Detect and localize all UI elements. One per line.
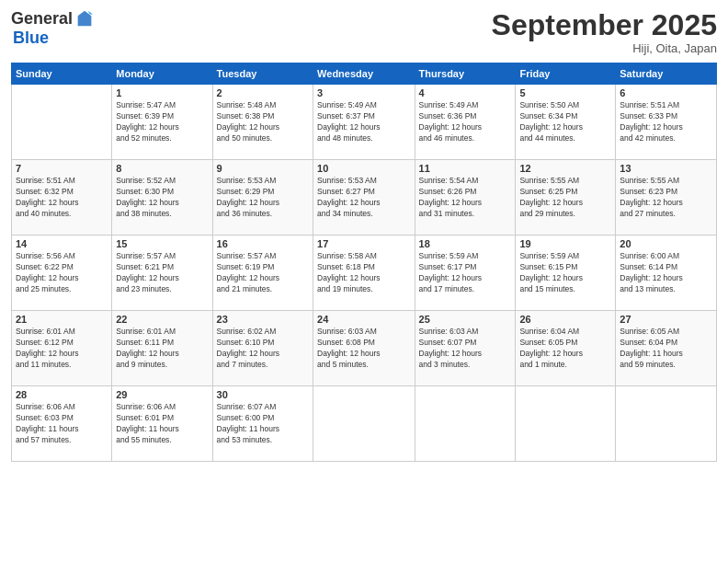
day-info: Sunrise: 5:59 AM Sunset: 6:17 PM Dayligh…: [419, 251, 512, 295]
calendar-cell: 12Sunrise: 5:55 AM Sunset: 6:25 PM Dayli…: [516, 160, 616, 236]
calendar-week-row: 14Sunrise: 5:56 AM Sunset: 6:22 PM Dayli…: [12, 236, 717, 311]
day-info: Sunrise: 6:01 AM Sunset: 6:12 PM Dayligh…: [16, 327, 108, 371]
calendar-cell: 23Sunrise: 6:02 AM Sunset: 6:10 PM Dayli…: [212, 311, 313, 386]
day-number: 21: [16, 314, 108, 325]
day-number: 13: [620, 163, 712, 174]
calendar-cell: 10Sunrise: 5:53 AM Sunset: 6:27 PM Dayli…: [313, 160, 415, 236]
weekday-header-tuesday: Tuesday: [212, 63, 313, 85]
day-number: 3: [317, 87, 410, 98]
month-title: September 2025: [492, 9, 717, 41]
calendar-cell: 9Sunrise: 5:53 AM Sunset: 6:29 PM Daylig…: [212, 160, 313, 236]
calendar-week-row: 21Sunrise: 6:01 AM Sunset: 6:12 PM Dayli…: [12, 311, 717, 386]
calendar-cell: 17Sunrise: 5:58 AM Sunset: 6:18 PM Dayli…: [313, 236, 415, 311]
day-number: 17: [317, 238, 410, 249]
day-info: Sunrise: 5:48 AM Sunset: 6:38 PM Dayligh…: [217, 100, 309, 144]
calendar-cell: 5Sunrise: 5:50 AM Sunset: 6:34 PM Daylig…: [516, 85, 616, 160]
calendar-cell: 27Sunrise: 6:05 AM Sunset: 6:04 PM Dayli…: [616, 311, 717, 386]
title-block: September 2025 Hiji, Oita, Japan: [492, 9, 717, 55]
day-number: 19: [519, 238, 611, 249]
calendar-cell: 29Sunrise: 6:06 AM Sunset: 6:01 PM Dayli…: [112, 386, 212, 462]
calendar-cell: [415, 386, 516, 462]
calendar-cell: [616, 386, 717, 462]
weekday-header-saturday: Saturday: [616, 63, 717, 85]
calendar-cell: 26Sunrise: 6:04 AM Sunset: 6:05 PM Dayli…: [516, 311, 616, 386]
day-number: 24: [317, 314, 410, 325]
day-info: Sunrise: 5:47 AM Sunset: 6:39 PM Dayligh…: [116, 100, 208, 144]
calendar-cell: 18Sunrise: 5:59 AM Sunset: 6:17 PM Dayli…: [415, 236, 516, 311]
day-info: Sunrise: 5:59 AM Sunset: 6:15 PM Dayligh…: [519, 251, 611, 295]
location: Hiji, Oita, Japan: [492, 41, 717, 55]
day-info: Sunrise: 6:03 AM Sunset: 6:08 PM Dayligh…: [317, 327, 410, 371]
day-number: 22: [116, 314, 208, 325]
weekday-header-thursday: Thursday: [415, 63, 516, 85]
calendar-cell: 14Sunrise: 5:56 AM Sunset: 6:22 PM Dayli…: [12, 236, 112, 311]
day-info: Sunrise: 5:57 AM Sunset: 6:21 PM Dayligh…: [116, 251, 208, 295]
day-info: Sunrise: 5:55 AM Sunset: 6:23 PM Dayligh…: [620, 176, 712, 220]
day-number: 16: [217, 238, 309, 249]
day-info: Sunrise: 5:49 AM Sunset: 6:36 PM Dayligh…: [419, 100, 512, 144]
header: General Blue September 2025 Hiji, Oita, …: [11, 9, 717, 55]
day-info: Sunrise: 5:54 AM Sunset: 6:26 PM Dayligh…: [419, 176, 512, 220]
weekday-header-row: SundayMondayTuesdayWednesdayThursdayFrid…: [12, 63, 717, 85]
day-number: 12: [519, 163, 611, 174]
day-number: 26: [519, 314, 611, 325]
day-number: 2: [217, 87, 309, 98]
calendar-cell: 7Sunrise: 5:51 AM Sunset: 6:32 PM Daylig…: [12, 160, 112, 236]
calendar-cell: 16Sunrise: 5:57 AM Sunset: 6:19 PM Dayli…: [212, 236, 313, 311]
calendar-cell: 25Sunrise: 6:03 AM Sunset: 6:07 PM Dayli…: [415, 311, 516, 386]
calendar-cell: 8Sunrise: 5:52 AM Sunset: 6:30 PM Daylig…: [112, 160, 212, 236]
calendar-cell: 4Sunrise: 5:49 AM Sunset: 6:36 PM Daylig…: [415, 85, 516, 160]
day-number: 9: [217, 163, 309, 174]
calendar-cell: [12, 85, 112, 160]
calendar-week-row: 7Sunrise: 5:51 AM Sunset: 6:32 PM Daylig…: [12, 160, 717, 236]
day-number: 7: [16, 163, 108, 174]
day-number: 29: [116, 389, 208, 400]
day-info: Sunrise: 5:51 AM Sunset: 6:33 PM Dayligh…: [620, 100, 712, 144]
logo-general-text: General: [11, 10, 73, 29]
main-container: General Blue September 2025 Hiji, Oita, …: [0, 0, 728, 563]
calendar-cell: 11Sunrise: 5:54 AM Sunset: 6:26 PM Dayli…: [415, 160, 516, 236]
day-info: Sunrise: 6:01 AM Sunset: 6:11 PM Dayligh…: [116, 327, 208, 371]
day-number: 28: [16, 389, 108, 400]
weekday-header-sunday: Sunday: [12, 63, 112, 85]
calendar-cell: 6Sunrise: 5:51 AM Sunset: 6:33 PM Daylig…: [616, 85, 717, 160]
calendar-cell: 30Sunrise: 6:07 AM Sunset: 6:00 PM Dayli…: [212, 386, 313, 462]
day-info: Sunrise: 6:06 AM Sunset: 6:01 PM Dayligh…: [116, 402, 208, 446]
day-info: Sunrise: 5:58 AM Sunset: 6:18 PM Dayligh…: [317, 251, 410, 295]
day-number: 11: [419, 163, 512, 174]
day-info: Sunrise: 5:53 AM Sunset: 6:29 PM Dayligh…: [217, 176, 309, 220]
day-info: Sunrise: 5:49 AM Sunset: 6:37 PM Dayligh…: [317, 100, 410, 144]
day-number: 25: [419, 314, 512, 325]
day-info: Sunrise: 5:57 AM Sunset: 6:19 PM Dayligh…: [217, 251, 309, 295]
day-info: Sunrise: 6:05 AM Sunset: 6:04 PM Dayligh…: [620, 327, 712, 371]
calendar-cell: [313, 386, 415, 462]
day-number: 15: [116, 238, 208, 249]
day-number: 27: [620, 314, 712, 325]
day-info: Sunrise: 6:00 AM Sunset: 6:14 PM Dayligh…: [620, 251, 712, 295]
calendar-table: SundayMondayTuesdayWednesdayThursdayFrid…: [11, 63, 717, 462]
day-number: 1: [116, 87, 208, 98]
calendar-week-row: 28Sunrise: 6:06 AM Sunset: 6:03 PM Dayli…: [12, 386, 717, 462]
calendar-cell: 3Sunrise: 5:49 AM Sunset: 6:37 PM Daylig…: [313, 85, 415, 160]
day-info: Sunrise: 5:56 AM Sunset: 6:22 PM Dayligh…: [16, 251, 108, 295]
day-info: Sunrise: 6:02 AM Sunset: 6:10 PM Dayligh…: [217, 327, 309, 371]
calendar-cell: 28Sunrise: 6:06 AM Sunset: 6:03 PM Dayli…: [12, 386, 112, 462]
calendar-cell: 13Sunrise: 5:55 AM Sunset: 6:23 PM Dayli…: [616, 160, 717, 236]
logo-icon: [74, 9, 95, 29]
day-number: 6: [620, 87, 712, 98]
calendar-cell: 20Sunrise: 6:00 AM Sunset: 6:14 PM Dayli…: [616, 236, 717, 311]
weekday-header-monday: Monday: [112, 63, 212, 85]
day-info: Sunrise: 5:51 AM Sunset: 6:32 PM Dayligh…: [16, 176, 108, 220]
day-number: 23: [217, 314, 309, 325]
calendar-cell: 22Sunrise: 6:01 AM Sunset: 6:11 PM Dayli…: [112, 311, 212, 386]
day-number: 10: [317, 163, 410, 174]
calendar-cell: 1Sunrise: 5:47 AM Sunset: 6:39 PM Daylig…: [112, 85, 212, 160]
calendar-cell: [516, 386, 616, 462]
day-info: Sunrise: 5:55 AM Sunset: 6:25 PM Dayligh…: [519, 176, 611, 220]
calendar-cell: 19Sunrise: 5:59 AM Sunset: 6:15 PM Dayli…: [516, 236, 616, 311]
day-info: Sunrise: 5:52 AM Sunset: 6:30 PM Dayligh…: [116, 176, 208, 220]
day-info: Sunrise: 5:50 AM Sunset: 6:34 PM Dayligh…: [519, 100, 611, 144]
calendar-week-row: 1Sunrise: 5:47 AM Sunset: 6:39 PM Daylig…: [12, 85, 717, 160]
day-info: Sunrise: 6:07 AM Sunset: 6:00 PM Dayligh…: [217, 402, 309, 446]
weekday-header-wednesday: Wednesday: [313, 63, 415, 85]
